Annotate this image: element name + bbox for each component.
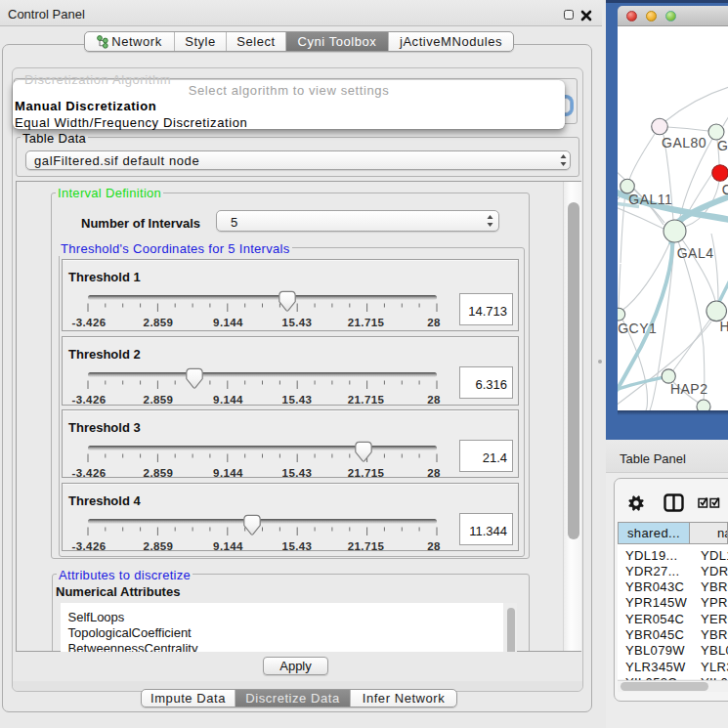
svg-text:CA: CA xyxy=(722,182,728,197)
svg-text:GAL8: GAL8 xyxy=(717,138,728,153)
svg-text:GCY1: GCY1 xyxy=(618,321,657,336)
svg-text:HAP2: HAP2 xyxy=(670,381,708,397)
svg-text:GAL4: GAL4 xyxy=(677,245,714,261)
svg-text:GAL80: GAL80 xyxy=(662,135,707,150)
svg-text:GAL11: GAL11 xyxy=(628,192,672,207)
svg-text:HI: HI xyxy=(719,319,728,334)
